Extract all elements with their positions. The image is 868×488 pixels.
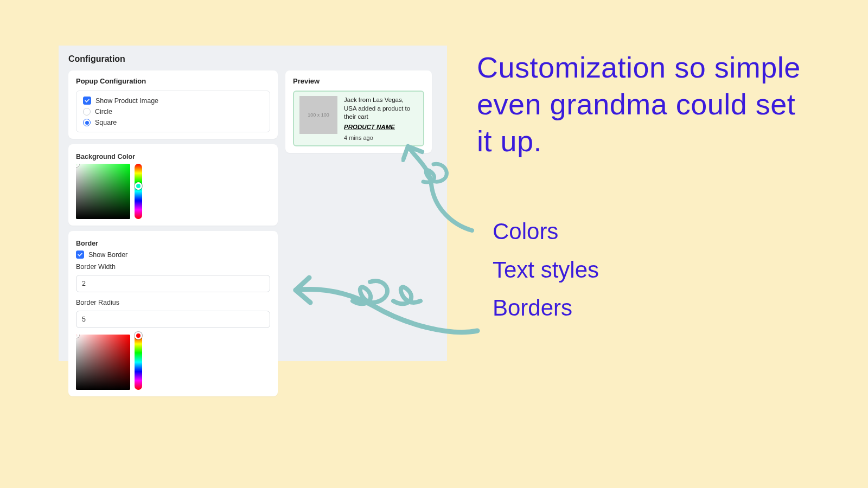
bullet-colors: Colors	[493, 213, 599, 251]
shape-circle-row[interactable]: Circle	[83, 108, 263, 115]
check-icon	[77, 252, 83, 258]
bullet-text-styles: Text styles	[493, 251, 599, 290]
show-product-image-row[interactable]: Show Product Image	[83, 97, 263, 105]
border-card: Border Show Border Border Width Border R…	[68, 231, 278, 396]
border-saturation-field[interactable]	[76, 335, 130, 390]
bg-hue-handle[interactable]	[135, 182, 142, 190]
bg-saturation-field[interactable]	[76, 164, 130, 219]
shape-square-radio[interactable]	[83, 119, 91, 126]
preview-title: Preview	[293, 77, 424, 85]
popup-options-box: Show Product Image Circle Square	[76, 91, 270, 132]
popup-config-title: Popup Configuration	[76, 77, 270, 85]
show-product-image-checkbox[interactable]	[83, 97, 91, 105]
shape-square-label: Square	[95, 119, 117, 126]
marketing-bullets: Colors Text styles Borders	[493, 213, 599, 328]
border-radius-label: Border Radius	[76, 299, 270, 306]
preview-product-name: PRODUCT NAME	[344, 124, 418, 130]
preview-card: Preview 100 x 100 Jack from Las Vegas, U…	[285, 70, 432, 153]
preview-text-block: Jack from Las Vegas, USA added a product…	[344, 96, 418, 141]
preview-image-placeholder: 100 x 100	[299, 96, 337, 134]
border-title: Border	[76, 240, 270, 247]
background-color-picker[interactable]	[76, 164, 270, 219]
marketing-tagline: Customization so simple even grandma cou…	[477, 49, 813, 159]
bullet-borders: Borders	[493, 289, 599, 328]
background-color-card: Background Color	[68, 144, 278, 226]
show-border-label: Show Border	[88, 251, 127, 259]
border-hue-handle[interactable]	[135, 332, 142, 339]
border-width-input[interactable]	[76, 275, 270, 292]
preview-popup: 100 x 100 Jack from Las Vegas, USA added…	[293, 91, 424, 146]
popup-config-card: Popup Configuration Show Product Image C…	[68, 70, 278, 139]
bg-hue-slider[interactable]	[135, 164, 142, 219]
shape-square-row[interactable]: Square	[83, 119, 263, 126]
background-color-title: Background Color	[76, 153, 270, 160]
border-color-picker[interactable]	[76, 335, 270, 390]
show-border-checkbox[interactable]	[76, 251, 84, 259]
shape-circle-radio[interactable]	[83, 108, 91, 115]
configuration-panel: Configuration Popup Configuration Show P…	[59, 46, 447, 361]
page-title: Configuration	[68, 54, 437, 64]
check-icon	[84, 98, 90, 104]
preview-message: Jack from Las Vegas, USA added a product…	[344, 96, 418, 121]
show-product-image-label: Show Product Image	[95, 97, 158, 105]
border-hue-slider[interactable]	[135, 335, 142, 390]
shape-circle-label: Circle	[95, 108, 112, 115]
show-border-row[interactable]: Show Border	[76, 251, 270, 259]
border-width-label: Border Width	[76, 263, 270, 271]
border-radius-input[interactable]	[76, 311, 270, 328]
preview-timestamp: 4 mins ago	[344, 134, 418, 141]
